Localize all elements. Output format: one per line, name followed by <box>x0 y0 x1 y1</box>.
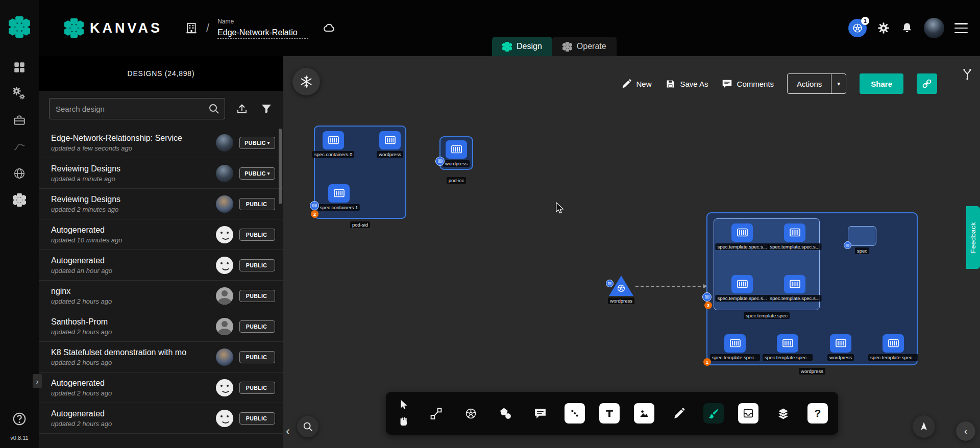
filter-button[interactable] <box>259 101 274 116</box>
actions-button[interactable]: Actions ▾ <box>787 73 846 94</box>
container-node[interactable]: wordpress <box>830 334 851 353</box>
menu-button[interactable] <box>954 23 968 33</box>
container-node[interactable]: wordpress <box>379 131 401 150</box>
save-as-button[interactable]: Save As <box>665 79 708 89</box>
design-list-item[interactable]: Santhosh-Prom updated 2 hours ago PUBLIC <box>39 311 283 342</box>
comment-tool[interactable] <box>530 403 550 424</box>
search-input[interactable] <box>49 98 225 119</box>
designs-list: Edge-Network-Relationship: Service updat… <box>39 128 283 448</box>
service-node[interactable]: wordpress <box>609 276 633 304</box>
relationship-edge[interactable] <box>635 286 706 287</box>
layers-tool[interactable] <box>773 403 793 424</box>
container-count-badge <box>702 292 712 302</box>
visibility-badge[interactable]: PUBLIC <box>239 351 275 363</box>
chevron-down-icon[interactable]: ▾ <box>831 80 846 87</box>
shapes-tool[interactable] <box>495 403 516 424</box>
visibility-badge[interactable]: PUBLIC <box>239 229 275 241</box>
text-tool[interactable] <box>599 403 620 424</box>
copy-link-button[interactable] <box>917 73 937 94</box>
deployment-node[interactable]: 3 1 spec.template.spec.s... spec.templat… <box>706 212 918 375</box>
freeze-layout-button[interactable] <box>292 68 320 95</box>
recenter-button[interactable] <box>913 415 935 438</box>
container-node[interactable]: spec.template.spec.s... <box>731 275 753 293</box>
design-canvas[interactable]: New Save As Comments Actions ▾ Share 2 <box>283 56 980 448</box>
help-tool[interactable]: ? <box>807 403 828 424</box>
pod-node[interactable]: wordpress pod-icc <box>439 136 473 184</box>
visibility-badge[interactable]: PUBLIC <box>239 412 275 425</box>
organization-icon[interactable] <box>185 21 198 35</box>
visibility-label: PUBLIC <box>246 262 267 268</box>
spec-node[interactable]: spec <box>848 226 876 254</box>
visibility-badge[interactable]: PUBLIC <box>239 320 275 333</box>
design-list-item[interactable]: K8 Statefulset demonstration with mo upd… <box>39 342 283 372</box>
design-list-item[interactable]: Autogenerated updated an hour ago PUBLIC <box>39 250 283 281</box>
nav-kanvas[interactable] <box>8 189 31 211</box>
zoom-button[interactable] <box>297 416 318 437</box>
container-node[interactable]: spec.template.spec.s... <box>784 223 805 242</box>
media-tool[interactable] <box>634 403 654 424</box>
nav-configuration[interactable] <box>8 109 31 132</box>
share-button[interactable]: Share <box>860 73 903 94</box>
new-button[interactable]: New <box>621 79 652 89</box>
search-icon[interactable] <box>208 103 220 115</box>
container-node[interactable]: spec.containers.0 <box>323 131 344 150</box>
comments-button[interactable]: Comments <box>722 79 774 89</box>
design-list-item[interactable]: Reviewing Designs updated a minute ago P… <box>39 158 283 189</box>
design-list-item[interactable]: nginx updated 2 hours ago PUBLIC <box>39 281 283 311</box>
pod-node[interactable]: 2 spec.containers.0 wordpress spec.conta… <box>314 126 406 228</box>
container-node[interactable]: spec.template.spec... <box>724 334 746 353</box>
widgets-tool[interactable] <box>565 403 585 424</box>
visibility-badge[interactable]: PUBLIC <box>239 290 275 302</box>
kanvas-logo-icon[interactable] <box>9 16 30 38</box>
expand-rail-button[interactable]: › <box>33 374 42 388</box>
visibility-badge[interactable]: PUBLIC <box>239 259 275 271</box>
visibility-label: PUBLIC <box>244 140 265 146</box>
container-count-badge <box>606 280 614 287</box>
scrollbar[interactable] <box>279 129 282 204</box>
settings-button[interactable] <box>877 21 890 35</box>
kubernetes-tool[interactable] <box>460 403 481 424</box>
visibility-badge[interactable]: PUBLIC▾ <box>239 137 275 149</box>
visibility-label: PUBLIC <box>246 201 267 207</box>
pan-tool[interactable] <box>396 414 411 430</box>
nav-dashboard[interactable] <box>8 56 31 79</box>
tab-operate-label: Operate <box>577 42 606 51</box>
connections-button[interactable]: 1 <box>848 19 867 37</box>
pen-tool[interactable] <box>669 403 689 424</box>
drawer-tool[interactable] <box>738 403 758 424</box>
notifications-button[interactable] <box>900 21 914 35</box>
tab-operate[interactable]: Operate <box>552 37 617 56</box>
tab-design[interactable]: Design <box>492 37 552 56</box>
user-avatar[interactable] <box>924 18 944 38</box>
design-name-input[interactable] <box>217 27 308 39</box>
container-node[interactable]: spec.template.spec.s... <box>731 223 753 242</box>
draw-tool[interactable] <box>703 403 724 424</box>
feedback-button[interactable]: Feedback <box>966 206 980 269</box>
container-node[interactable]: wordpress <box>446 140 467 159</box>
container-node[interactable]: spec.template.spec.s... <box>784 275 805 293</box>
nav-extensions[interactable] <box>8 162 31 185</box>
visibility-badge[interactable]: PUBLIC <box>239 382 275 394</box>
expand-tray-button[interactable]: ‹ <box>956 421 975 441</box>
design-name: nginx <box>51 287 200 296</box>
visibility-badge[interactable]: PUBLIC▾ <box>239 167 275 180</box>
avatar <box>216 410 233 427</box>
container-node[interactable]: spec.containers.1 <box>328 184 350 203</box>
design-list-item[interactable]: Autogenerated updated 2 hours ago PUBLIC <box>39 372 283 403</box>
collapse-panel-button[interactable]: ‹ <box>283 422 292 440</box>
container-node[interactable]: spec.template.spec... <box>777 334 798 353</box>
template-spec-group[interactable]: spec.template.spec.s... spec.template.sp… <box>714 218 820 319</box>
versions-button[interactable] <box>961 67 974 81</box>
help-button[interactable] <box>12 411 27 427</box>
design-list-item[interactable]: Autogenerated updated 10 minutes ago PUB… <box>39 219 283 250</box>
nav-lifecycle[interactable] <box>8 83 31 105</box>
design-list-item[interactable]: Reviewing Designs updated 2 minutes ago … <box>39 189 283 219</box>
relationship-tool[interactable] <box>426 403 446 424</box>
select-tool[interactable] <box>396 397 411 412</box>
design-list-item[interactable]: Autogenerated updated 2 hours ago PUBLIC <box>39 403 283 434</box>
container-node[interactable]: spec.template.spec... <box>883 334 904 353</box>
visibility-badge[interactable]: PUBLIC <box>239 198 275 210</box>
nav-performance[interactable] <box>8 136 31 158</box>
import-design-button[interactable] <box>234 101 250 116</box>
design-list-item[interactable]: Edge-Network-Relationship: Service updat… <box>39 128 283 158</box>
